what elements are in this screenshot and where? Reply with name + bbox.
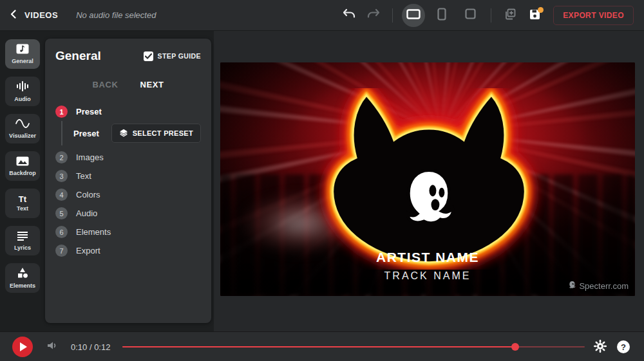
sidebar-label: Text [17,205,28,212]
step-label: Images [76,153,104,162]
save-button[interactable] [525,6,544,25]
step-item-images[interactable]: 2 Images [55,148,201,167]
specterr-ghost-icon [568,281,576,291]
gear-icon [594,345,607,355]
sidebar-item-backdrop[interactable]: Backdrop [5,151,40,181]
wizard-back-button[interactable]: BACK [92,80,118,89]
redo-icon [366,8,381,22]
sidebar-item-audio[interactable]: Audio [5,77,40,106]
aspect-portrait-button[interactable] [430,4,453,27]
sidebar-item-elements[interactable]: Elements [5,263,40,293]
visualizer-shape [296,88,562,270]
step-item-export[interactable]: 7 Export [55,241,201,260]
step-label: Audio [76,208,97,218]
sidebar-item-visualizer[interactable]: Visualizer [5,114,40,143]
topbar-right: EXPORT VIDEO [339,4,644,27]
progress-fill [122,346,515,347]
redo-button[interactable] [364,6,383,25]
video-preview[interactable]: ARTIST NAME TRACK NAME Specterr.com [220,62,635,296]
ghost-logo [408,171,453,223]
step-item-colors[interactable]: 4 Colors [55,185,201,204]
add-to-library-button[interactable] [500,6,520,25]
lines-icon [17,231,28,243]
step-number-badge: 3 [55,170,68,182]
back-button[interactable] [9,10,18,21]
square-icon [465,8,476,22]
videos-label[interactable]: VIDEOS [24,10,58,20]
topbar-left: VIDEOS No audio file selected [0,10,156,21]
step-number-badge: 1 [55,106,68,118]
top-bar: VIDEOS No audio file selected [0,0,644,31]
text-icon: Tt [19,196,26,203]
save-badge [538,7,544,13]
step-item-preset[interactable]: 1 Preset [55,102,201,121]
help-button[interactable]: ? [617,340,630,353]
shapes-icon [17,268,28,281]
aspect-square-button[interactable] [459,4,482,27]
sidebar-label: Audio [14,96,31,102]
step-number-badge: 4 [55,189,68,201]
progress-handle[interactable] [511,343,519,351]
volume-icon [46,343,58,353]
sidebar-item-general[interactable]: General [5,39,40,69]
sidebar-label: Lyrics [14,245,31,251]
audio-status-text: No audio file selected [76,10,156,20]
page-title: General [55,49,101,63]
landscape-icon [406,9,421,22]
sidebar-item-text[interactable]: Tt Text [5,189,40,218]
undo-icon [342,8,356,22]
volume-button[interactable] [46,340,58,353]
player-bar: 0:10 / 0:12 ? [0,331,644,361]
select-preset-button[interactable]: SELECT PRESET [111,124,201,143]
play-icon [20,342,27,351]
topbar-divider [392,8,393,23]
preset-field-label: Preset [73,129,99,138]
step-label: Colors [76,190,100,199]
sidebar-item-lyrics[interactable]: Lyrics [5,226,40,255]
chevron-left-icon [9,10,18,21]
seek-bar[interactable] [122,332,585,361]
preview-stage: ARTIST NAME TRACK NAME Specterr.com [214,31,644,331]
step-guide-toggle[interactable]: STEP GUIDE [144,51,201,61]
sine-wave-icon [15,118,30,131]
step-item-elements[interactable]: 6 Elements [55,223,201,241]
sidebar-label: Backdrop [9,170,36,176]
time-display: 0:10 / 0:12 [71,342,110,352]
undo-button[interactable] [339,6,359,25]
select-preset-label: SELECT PRESET [133,129,193,137]
preset-sub-row: Preset SELECT PRESET [55,124,201,143]
step-guide-label: STEP GUIDE [158,52,201,60]
step-item-text[interactable]: 3 Text [55,167,201,185]
step-number-badge: 7 [55,245,68,257]
wizard-next-button[interactable]: NEXT [140,80,164,89]
settings-button[interactable] [594,340,607,355]
sidebar-label: Elements [10,282,35,289]
sidebar-label: Visualizer [9,133,36,139]
step-label: Preset [76,107,102,116]
step-label: Elements [76,227,111,237]
panel-header: General STEP GUIDE [55,49,201,63]
sidebar-label: General [12,58,33,64]
step-item-audio[interactable]: 5 Audio [55,204,201,223]
step-number-badge: 6 [55,226,68,238]
artist-name-text[interactable]: ARTIST NAME [220,250,635,265]
app-root: VIDEOS No audio file selected [0,0,644,361]
step-label: Text [76,171,91,181]
image-icon [16,156,29,168]
aspect-landscape-button[interactable] [402,4,425,27]
step-number-badge: 2 [55,151,68,163]
wizard-nav: BACK NEXT [55,80,201,89]
watermark-text: Specterr.com [579,281,629,291]
export-video-button[interactable]: EXPORT VIDEO [553,6,634,25]
checkbox-checked-icon[interactable] [144,51,153,61]
portrait-icon [437,8,446,23]
step-number-badge: 5 [55,207,68,219]
step-label: Export [76,246,100,255]
layers-icon [119,128,128,138]
watermark: Specterr.com [568,281,629,291]
topbar-divider-2 [491,8,491,23]
play-button[interactable] [12,337,33,357]
general-panel: General STEP GUIDE BACK NEXT 1 Preset Pr… [45,39,211,323]
question-mark-icon: ? [621,342,626,352]
music-video-icon [16,44,29,56]
